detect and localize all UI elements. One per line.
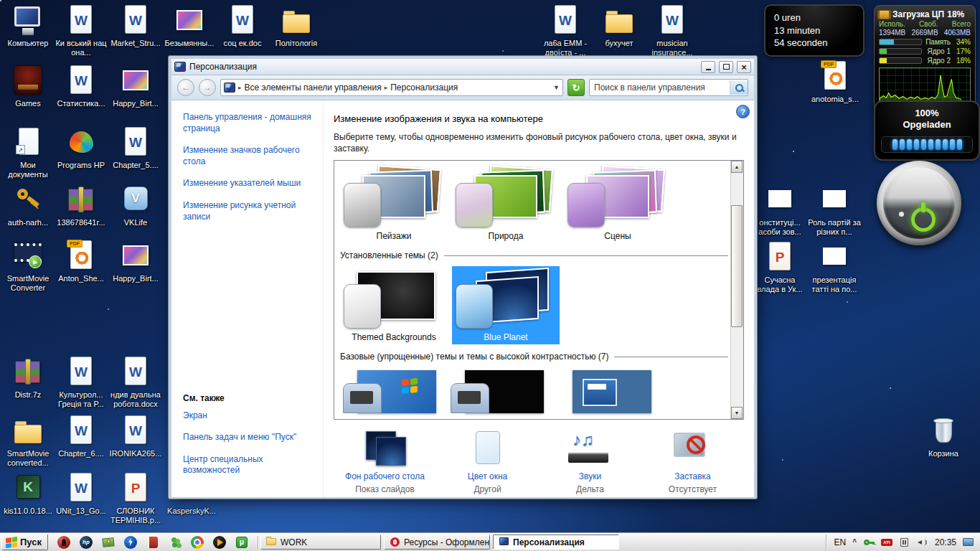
scrollbar-thumb[interactable] bbox=[731, 205, 743, 327]
desktop-icon[interactable]: СЛОВНИК ТЕРМІНІВ.р... bbox=[108, 472, 163, 525]
desktop-icon[interactable]: презентація татті на по... bbox=[807, 241, 862, 294]
theme-item[interactable]: Themed Backgrounds bbox=[340, 266, 448, 344]
book-icon[interactable] bbox=[146, 536, 159, 549]
sidebar-link[interactable]: Изменение указателей мыши bbox=[183, 178, 313, 189]
chrome-icon[interactable] bbox=[191, 536, 204, 549]
theme-item-windows7[interactable] bbox=[340, 367, 443, 401]
kaspersky-key-icon[interactable] bbox=[863, 537, 875, 547]
desktop-icon[interactable]: Chapter_6.... bbox=[54, 415, 108, 458]
desktop-icon[interactable]: IRONIKA265... bbox=[108, 415, 163, 458]
desktop-icon[interactable]: Безымянны... bbox=[162, 4, 217, 48]
cpu-meter-gadget[interactable]: Загрузка ЦП 18% Исполь. Своб. Всего 1394… bbox=[874, 5, 976, 111]
help-icon[interactable]: ? bbox=[736, 105, 750, 118]
breadcrumb-root[interactable]: Все элементы панели управления bbox=[245, 83, 382, 93]
theme-item-classic[interactable] bbox=[448, 367, 551, 401]
desktop-icon[interactable]: Market_Stru... bbox=[108, 4, 163, 48]
battery-gadget[interactable]: 100% Opgeladen bbox=[874, 100, 980, 161]
tray-chevron-icon[interactable]: ^ bbox=[852, 538, 857, 546]
clover-icon[interactable] bbox=[169, 536, 182, 549]
volume-icon[interactable] bbox=[917, 537, 928, 547]
close-button[interactable] bbox=[737, 61, 751, 73]
webmoney-icon[interactable] bbox=[102, 536, 115, 549]
desktop-icon[interactable]: Happy_Birt... bbox=[108, 240, 163, 283]
setting-button[interactable]: Заставка Отсутствует bbox=[646, 430, 740, 494]
sidebar-link[interactable]: Изменение значков рабочего стола bbox=[183, 145, 313, 167]
scroll-down-icon[interactable]: ▼ bbox=[731, 407, 743, 419]
desktop-icon[interactable]: SmartMovie converted... bbox=[1, 415, 55, 468]
search-input[interactable] bbox=[590, 83, 730, 93]
setting-button[interactable]: Фон рабочего стола Показ слайдов bbox=[339, 430, 432, 494]
timer-gadget[interactable]: 0 uren 13 minuten 54 seconden bbox=[764, 4, 864, 57]
refresh-button[interactable]: ↻ bbox=[567, 79, 585, 96]
desktop-icon[interactable]: auth-narh... bbox=[1, 184, 55, 227]
desktop-icon[interactable]: Anton_She... bbox=[54, 240, 108, 283]
start-button[interactable]: Пуск bbox=[1, 534, 48, 550]
task-button[interactable]: Персонализация bbox=[493, 534, 619, 550]
desktop-icon[interactable]: SmartMovie Converter bbox=[1, 240, 55, 293]
desktop-icon[interactable]: Мои документы bbox=[1, 126, 55, 179]
utorrent-icon[interactable] bbox=[235, 536, 248, 549]
desktop-icon[interactable]: Happy_Birt... bbox=[108, 65, 163, 108]
desktop-icon[interactable]: Компьютер bbox=[1, 4, 55, 48]
desktop-icon[interactable]: Programs HP bbox=[54, 126, 108, 170]
theme-item-high-contrast[interactable] bbox=[555, 367, 659, 401]
minimize-button[interactable] bbox=[701, 61, 715, 73]
aimp-icon[interactable] bbox=[213, 536, 226, 549]
see-also-link[interactable]: Центр специальных возможностей bbox=[183, 454, 304, 476]
desktop-icon[interactable]: Games bbox=[1, 65, 55, 108]
theme-item[interactable]: Природа bbox=[452, 165, 560, 243]
setting-button[interactable]: Цвет окна Другой bbox=[441, 430, 534, 494]
desktop-icon[interactable]: Сучасна влада в Ук... bbox=[753, 241, 807, 294]
back-button[interactable]: ← bbox=[177, 79, 194, 96]
scroll-up-icon[interactable]: ▲ bbox=[731, 161, 743, 173]
desktop-icon[interactable]: Політологія bbox=[269, 4, 324, 48]
desktop-icon[interactable]: соц ек.doc bbox=[215, 4, 270, 48]
desktop-icon[interactable]: Distr.7z bbox=[1, 356, 55, 400]
hp-icon[interactable] bbox=[80, 536, 93, 549]
theme-item[interactable]: Сцены bbox=[564, 165, 672, 243]
sidebar-link[interactable]: Изменение рисунка учетной записи bbox=[183, 200, 313, 222]
desktop-icon[interactable]: Корзина bbox=[916, 415, 971, 458]
theme-item[interactable]: Пейзажи bbox=[340, 165, 448, 243]
task-button-label: Персонализация bbox=[513, 537, 585, 547]
desktop-icon[interactable]: anotomia_s... bbox=[808, 60, 862, 104]
lightning-icon[interactable] bbox=[124, 536, 137, 549]
setting-button[interactable]: Звуки Дельта bbox=[544, 430, 637, 494]
forward-button[interactable]: → bbox=[199, 79, 216, 96]
redapp-icon[interactable] bbox=[57, 536, 70, 549]
desktop-icon[interactable]: musician insurance... bbox=[645, 4, 699, 57]
desktop-icon[interactable]: ла6а EMM - двоїста - ... bbox=[538, 4, 593, 57]
pdf-icon bbox=[818, 60, 852, 93]
maximize-button[interactable] bbox=[719, 61, 733, 73]
see-also-link[interactable]: Панель задач и меню "Пуск" bbox=[183, 432, 304, 443]
desktop-icon[interactable]: Статистика... bbox=[54, 65, 108, 108]
language-indicator[interactable]: EN bbox=[834, 537, 846, 547]
desktop-icon[interactable]: ндив дуальна робота.docx bbox=[108, 356, 163, 409]
scrollbar[interactable]: ▲ ▼ bbox=[730, 161, 743, 419]
clock[interactable]: 20:35 bbox=[935, 537, 956, 547]
desktop-icon[interactable]: Культурол... Греція та Р... bbox=[54, 356, 108, 409]
desktop-icon[interactable]: UNit_13_Go... bbox=[54, 472, 108, 516]
breadcrumb[interactable]: ▸ Все элементы панели управления ▸ Персо… bbox=[220, 79, 563, 96]
desktop-icon[interactable]: онституці... асоби зов... bbox=[753, 184, 807, 237]
chevron-down-icon[interactable]: ▼ bbox=[553, 84, 560, 91]
sidebar-link[interactable]: Панель управления - домашняя страница bbox=[183, 112, 313, 134]
power-plug-icon[interactable] bbox=[899, 537, 910, 547]
theme-item[interactable]: Blue Planet bbox=[452, 266, 560, 344]
task-button[interactable]: Ресурсы - Оформлен... bbox=[384, 534, 490, 550]
title-bar[interactable]: Персонализация bbox=[171, 59, 754, 75]
desktop-icon[interactable]: Chapter_5.... bbox=[108, 126, 163, 170]
see-also-link[interactable]: Экран bbox=[183, 410, 304, 422]
desktop-icon[interactable]: kis11.0.0.18... bbox=[1, 472, 55, 516]
show-desktop-icon[interactable] bbox=[963, 537, 974, 547]
task-button[interactable]: WORK bbox=[260, 534, 381, 550]
desktop-icon[interactable]: 138678641r... bbox=[54, 184, 108, 227]
desktop-icon[interactable]: VKLife bbox=[108, 184, 163, 227]
search-icon[interactable] bbox=[730, 80, 748, 95]
desktop-icon[interactable]: Ки вський нац она... bbox=[54, 4, 108, 57]
ati-icon[interactable] bbox=[881, 537, 892, 547]
power-button-gadget[interactable] bbox=[877, 161, 961, 245]
desktop-icon[interactable]: бухучет bbox=[592, 4, 646, 48]
breadcrumb-current[interactable]: Персонализация bbox=[390, 83, 458, 93]
desktop-icon[interactable]: Роль партій за різних п... bbox=[807, 184, 862, 237]
